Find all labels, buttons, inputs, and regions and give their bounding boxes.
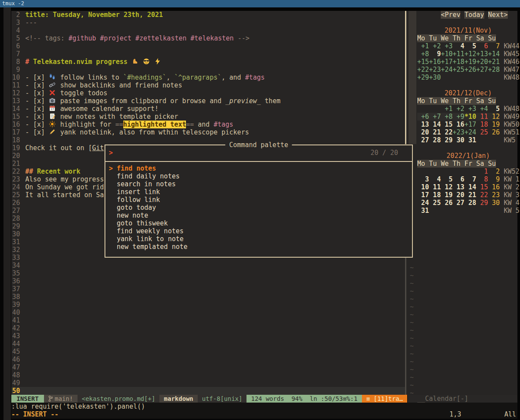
- editor-line[interactable]: 38: [11, 293, 405, 301]
- editor-line[interactable]: 16- [x] highlight for ==highlighted text…: [11, 121, 405, 128]
- calendar-day-cell[interactable]: 27: [452, 199, 464, 207]
- calendar-day-cell[interactable]: +29: [417, 74, 429, 81]
- editor-line[interactable]: 49: [11, 379, 405, 387]
- calendar-day-cell[interactable]: +23: [452, 128, 464, 136]
- calendar-day-cell[interactable]: +13: [476, 50, 488, 58]
- editor-line[interactable]: 18: [11, 136, 405, 144]
- calendar-day-cell[interactable]: +3: [464, 105, 476, 113]
- editor-line[interactable]: 8# Telekasten.nvim progress: [11, 58, 405, 66]
- calendar-day-cell[interactable]: 5: [464, 42, 476, 50]
- calendar-day-cell[interactable]: 6: [476, 42, 488, 50]
- editor-line[interactable]: 7: [11, 50, 405, 58]
- calendar-day-cell[interactable]: +2: [452, 105, 464, 113]
- editor-line[interactable]: 6: [11, 42, 405, 50]
- calendar-day-cell[interactable]: +7: [429, 113, 441, 121]
- calendar-day-cell[interactable]: +4: [476, 105, 488, 113]
- calendar-day-cell[interactable]: 16: [452, 121, 464, 128]
- calendar-day-cell[interactable]: 20: [417, 128, 429, 136]
- editor-line[interactable]: 45: [11, 348, 405, 356]
- editor-line[interactable]: 37: [11, 285, 405, 293]
- editor-line[interactable]: 40: [11, 309, 405, 316]
- calendar-day-cell[interactable]: +20: [476, 58, 488, 66]
- calendar-day-cell[interactable]: +11: [452, 50, 464, 58]
- palette-item[interactable]: >find notes: [105, 165, 412, 172]
- editor-line[interactable]: 17- [x] yank notelink, also from wthin t…: [11, 128, 405, 136]
- calendar-day-cell[interactable]: +2: [429, 42, 441, 50]
- palette-item[interactable]: new note: [105, 212, 412, 219]
- window-separator-scrollbar-thumb[interactable]: [405, 11, 406, 144]
- editor-line[interactable]: 9: [11, 66, 405, 74]
- calendar-day-cell[interactable]: 9: [429, 50, 441, 58]
- calendar-day-cell[interactable]: +24: [441, 66, 452, 74]
- command-line[interactable]: :lua require('telekasten').panel(): [11, 403, 517, 410]
- terminal-scrollbar[interactable]: [3, 7, 11, 420]
- calendar-day-cell[interactable]: 29: [476, 199, 488, 207]
- calendar-day-cell[interactable]: 7: [464, 175, 476, 183]
- calendar-day-cell[interactable]: +17: [464, 121, 476, 128]
- editor-line[interactable]: 36: [11, 277, 405, 285]
- editor-line[interactable]: 43: [11, 332, 405, 340]
- calendar-day-cell[interactable]: +9: [452, 113, 464, 121]
- calendar-day-cell[interactable]: +8: [417, 50, 429, 58]
- palette-item[interactable]: new templated note: [105, 243, 412, 251]
- calendar-day-cell[interactable]: 25: [429, 199, 441, 207]
- calendar-day-cell[interactable]: 5: [441, 175, 452, 183]
- calendar-day-cell[interactable]: +3: [441, 42, 452, 50]
- calendar-nav-next[interactable]: Next>: [488, 11, 508, 19]
- calendar-day-cell[interactable]: 2: [488, 168, 500, 175]
- calendar-day-cell[interactable]: 13: [452, 183, 464, 191]
- calendar-day-cell[interactable]: 17: [417, 191, 429, 199]
- calendar-day-cell[interactable]: +16: [429, 58, 441, 66]
- calendar-day-cell[interactable]: 31: [417, 207, 429, 215]
- calendar-day-cell[interactable]: +28: [488, 66, 500, 74]
- calendar-day-cell[interactable]: 20: [452, 191, 464, 199]
- palette-prompt-box[interactable]: Command palette > 20 / 20: [105, 144, 413, 162]
- editor-line[interactable]: 34: [11, 262, 405, 269]
- palette-item[interactable]: find weekly notes: [105, 227, 412, 235]
- calendar-day-cell[interactable]: 3: [417, 175, 429, 183]
- calendar-day-cell[interactable]: 29: [441, 136, 452, 144]
- editor-line[interactable]: 10- [x] follow links to `#headings`, `^p…: [11, 74, 405, 81]
- editor-line[interactable]: 3---: [11, 19, 405, 27]
- calendar-day-cell[interactable]: 16: [488, 183, 500, 191]
- calendar-day-cell[interactable]: 18: [429, 191, 441, 199]
- calendar-day-cell[interactable]: 21: [464, 191, 476, 199]
- calendar-day-cell[interactable]: +23: [429, 66, 441, 74]
- editor-line[interactable]: 4: [11, 27, 405, 34]
- calendar-day-cell[interactable]: +25: [452, 66, 464, 74]
- calendar-day-cell[interactable]: +15: [417, 58, 429, 66]
- calendar-day-cell[interactable]: 26: [488, 128, 500, 136]
- calendar-day-cell[interactable]: 15: [476, 183, 488, 191]
- calendar-day-cell[interactable]: 1: [476, 168, 488, 175]
- calendar-day-cell[interactable]: 30: [488, 199, 500, 207]
- editor-line[interactable]: 5<!-- tags: #github #project #zettelkast…: [11, 34, 405, 42]
- palette-item[interactable]: search in notes: [105, 180, 412, 188]
- calendar-nav-prev[interactable]: <Prev: [441, 11, 460, 19]
- calendar-day-cell[interactable]: 19: [488, 121, 500, 128]
- calendar-day-cell[interactable]: 18: [476, 121, 488, 128]
- calendar-day-cell[interactable]: 26: [441, 199, 452, 207]
- calendar-day-cell[interactable]: 28: [464, 199, 476, 207]
- calendar-day-cell[interactable]: 8: [476, 175, 488, 183]
- calendar-day-cell[interactable]: 5: [488, 105, 500, 113]
- editor-line[interactable]: 42: [11, 324, 405, 332]
- calendar-day-cell[interactable]: 11: [476, 113, 488, 121]
- editor-line[interactable]: 35: [11, 269, 405, 277]
- calendar-day-cell[interactable]: 7: [488, 42, 500, 50]
- editor-line[interactable]: 2title: Tuesday, November 23th, 2021: [11, 11, 405, 19]
- calendar-day-cell[interactable]: +22: [417, 66, 429, 74]
- calendar-day-cell[interactable]: +1: [441, 105, 452, 113]
- palette-item[interactable]: find daily notes: [105, 172, 412, 180]
- editor-line[interactable]: 46: [11, 356, 405, 363]
- editor-line[interactable]: 44: [11, 340, 405, 348]
- calendar-day-cell[interactable]: +12: [464, 50, 476, 58]
- calendar-day-cell[interactable]: 13: [417, 121, 429, 128]
- editor-line[interactable]: 12- [x] toggle todos: [11, 89, 405, 97]
- calendar-day-cell[interactable]: *10: [464, 113, 476, 121]
- calendar-day-cell[interactable]: 25: [476, 128, 488, 136]
- editor-line[interactable]: 15- [x] new notes with template picker: [11, 113, 405, 121]
- palette-item[interactable]: goto today: [105, 204, 412, 212]
- calendar-day-cell[interactable]: 28: [429, 136, 441, 144]
- calendar-day-cell[interactable]: 15: [441, 121, 452, 128]
- editor-line[interactable]: 13- [x] paste images from clipboard or b…: [11, 97, 405, 105]
